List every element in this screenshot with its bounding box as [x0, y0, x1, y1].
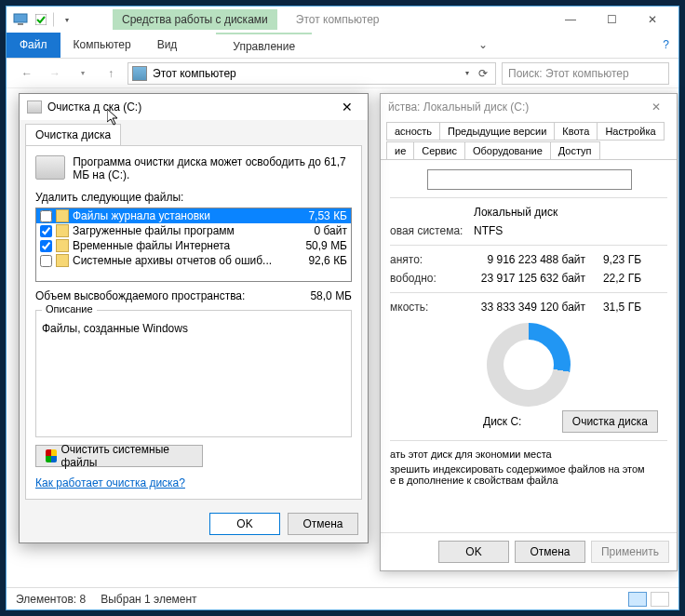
- fs-value: NTFS: [474, 224, 503, 237]
- file-checkbox[interactable]: [40, 210, 52, 222]
- cleanup-tabs: Очистка диска: [20, 120, 368, 145]
- clean-system-files-button[interactable]: Очистить системные файлы: [35, 445, 203, 467]
- close-button[interactable]: ✕: [643, 100, 669, 114]
- refresh-icon[interactable]: ⟳: [475, 67, 491, 80]
- file-name: Временные файлы Интернета: [73, 239, 288, 252]
- fs-label: овая система:: [390, 224, 474, 237]
- breadcrumb-dropdown-icon[interactable]: ▾: [465, 69, 469, 77]
- icons-view-button[interactable]: [651, 592, 669, 607]
- cancel-button[interactable]: Отмена: [515, 541, 585, 563]
- status-bar: Элементов: 8 Выбран 1 элемент: [7, 587, 678, 609]
- disk-type: Локальный диск: [474, 206, 557, 219]
- disk-name-input[interactable]: [427, 169, 632, 190]
- tab-general[interactable]: ие: [386, 141, 414, 160]
- freed-label: Объем высвобождаемого пространства:: [35, 289, 245, 302]
- apply-button[interactable]: Применить: [591, 541, 669, 563]
- index-checkbox-label[interactable]: зрешить индексировать содержимое файлов …: [390, 463, 667, 486]
- file-list-item[interactable]: Системные архивы отчетов об ошиб... 92,6…: [36, 253, 351, 268]
- svg-rect-0: [14, 14, 27, 22]
- search-input[interactable]: Поиск: Этот компьютер: [502, 62, 669, 85]
- file-list-label: Удалить следующие файлы:: [35, 191, 352, 204]
- props-titlebar: йства: Локальный диск (C:) ✕: [381, 94, 677, 120]
- titlebar: ▾ Средства работы с дисками Этот компьют…: [7, 7, 678, 33]
- freed-space-row: Объем высвобождаемого пространства: 58,0…: [35, 289, 352, 302]
- ribbon-collapse-icon[interactable]: ⌄: [469, 33, 497, 58]
- view-switcher: [628, 592, 669, 607]
- up-button[interactable]: ↑: [100, 62, 122, 85]
- drive-icon: [27, 100, 42, 114]
- cap-gb: 31,5 ГБ: [585, 301, 641, 314]
- context-tab-header: Средства работы с дисками: [113, 9, 277, 30]
- disk-cleanup-button[interactable]: Очистка диска: [562, 410, 658, 433]
- free-bytes: 23 917 125 632 байт: [474, 272, 585, 285]
- clean-system-files-label: Очистить системные файлы: [60, 443, 193, 469]
- used-gb: 9,23 ГБ: [585, 253, 641, 266]
- context-tab-manage[interactable]: Управление: [216, 33, 312, 58]
- description-label: Описание: [42, 303, 97, 315]
- tab-hardware[interactable]: Оборудование: [464, 141, 551, 160]
- status-selection: Выбран 1 элемент: [101, 593, 196, 606]
- disk-cleanup-dialog: Очистка д ска (C:) ✕ Очистка диска Прогр…: [19, 93, 369, 543]
- cleanup-tab[interactable]: Очистка диска: [25, 124, 121, 145]
- ok-button[interactable]: OK: [209, 513, 280, 535]
- tab-quota[interactable]: Квота: [554, 122, 598, 141]
- disk-cleanup-icon: [35, 155, 65, 180]
- ok-button[interactable]: OK: [438, 541, 509, 563]
- breadcrumb[interactable]: Этот компьютер: [153, 67, 236, 80]
- address-bar[interactable]: Этот компьютер ▾ ⟳: [128, 62, 496, 85]
- cleanup-title: Очистка д ска (C:): [47, 100, 141, 114]
- tab-tools[interactable]: Сервис: [413, 141, 465, 160]
- tab-sharing[interactable]: Доступ: [550, 141, 600, 160]
- ribbon-tab-view[interactable]: Вид: [144, 33, 191, 58]
- help-link[interactable]: Как работает очистка диска?: [35, 476, 352, 489]
- details-view-button[interactable]: [628, 592, 647, 607]
- tab-customize[interactable]: Настройка: [597, 122, 664, 141]
- file-name: Загруженные файлы программ: [73, 224, 288, 237]
- help-icon[interactable]: ?: [653, 33, 678, 58]
- compress-checkbox-label[interactable]: ать этот диск для экономии места: [390, 449, 667, 460]
- file-checkbox[interactable]: [40, 240, 52, 252]
- svg-rect-1: [18, 23, 23, 25]
- history-dropdown-icon[interactable]: ▾: [72, 62, 94, 85]
- tab-security[interactable]: асность: [386, 122, 440, 141]
- window-title: Этот компьютер: [296, 13, 380, 26]
- back-button[interactable]: ←: [16, 62, 38, 85]
- shield-icon: [46, 449, 57, 462]
- disk-usage-chart: [487, 323, 571, 407]
- disk-properties-dialog: йства: Локальный диск (C:) ✕ асность Пре…: [380, 93, 678, 571]
- file-checkbox[interactable]: [40, 255, 52, 267]
- file-list-item[interactable]: Загруженные файлы программ 0 байт: [36, 223, 351, 238]
- file-checkbox[interactable]: [40, 225, 52, 237]
- intro-text: Программа очистки диска может освободить…: [73, 155, 352, 181]
- file-list-item[interactable]: Временные файлы Интернета 50,9 МБ: [36, 238, 351, 253]
- cleanup-buttons: OK Отмена: [20, 505, 368, 542]
- file-size: 92,6 КБ: [291, 254, 347, 267]
- qat-dropdown-icon[interactable]: ▾: [59, 11, 75, 28]
- close-button[interactable]: ✕: [334, 100, 360, 114]
- maximize-button[interactable]: ☐: [591, 7, 632, 32]
- file-name: Системные архивы отчетов об ошиб...: [73, 254, 288, 267]
- cleanup-body: Программа очистки диска может освободить…: [25, 145, 362, 500]
- file-list[interactable]: Файлы журнала установки 7,53 КБ Загружен…: [35, 208, 352, 282]
- pc-icon[interactable]: [12, 11, 29, 28]
- props-buttons: OK Отмена Применить: [381, 532, 677, 570]
- ribbon-tab-computer[interactable]: Компьютер: [60, 33, 144, 58]
- close-button[interactable]: ✕: [632, 7, 673, 32]
- file-icon: [56, 254, 69, 267]
- file-icon: [56, 224, 69, 237]
- free-label: вободно:: [390, 272, 474, 285]
- checkbox-icon[interactable]: [33, 11, 49, 28]
- minimize-button[interactable]: —: [550, 7, 591, 32]
- forward-button[interactable]: →: [44, 62, 66, 85]
- cap-label: мкость:: [390, 301, 474, 314]
- tab-prev-versions[interactable]: Предыдущие версии: [439, 122, 555, 141]
- props-body: Локальный диск овая система:NTFS анято:9…: [381, 159, 677, 532]
- file-icon: [56, 239, 69, 252]
- file-list-item[interactable]: Файлы журнала установки 7,53 КБ: [36, 208, 351, 223]
- used-bytes: 9 916 223 488 байт: [474, 253, 585, 266]
- file-size: 0 байт: [291, 224, 347, 237]
- description-text: Файлы, созданные Windows: [42, 322, 345, 335]
- cancel-button[interactable]: Отмена: [288, 513, 358, 535]
- freed-value: 58,0 МБ: [310, 289, 352, 302]
- file-tab[interactable]: Файл: [7, 33, 60, 58]
